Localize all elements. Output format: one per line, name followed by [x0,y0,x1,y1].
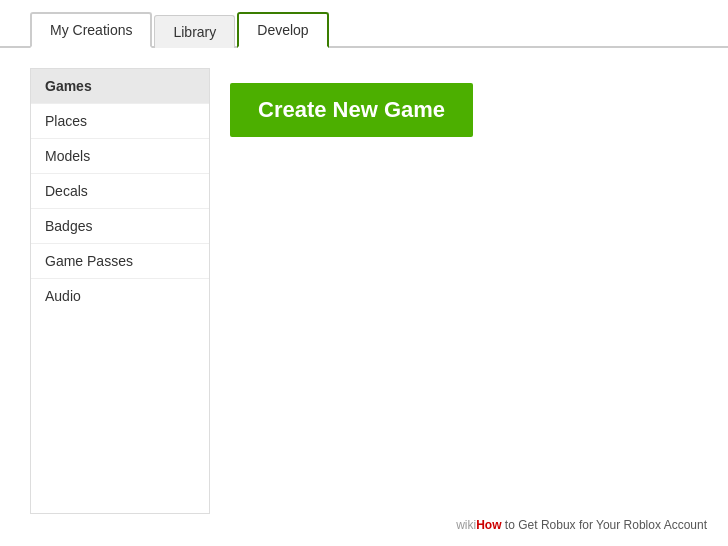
sidebar-item-games[interactable]: Games [31,69,209,104]
sidebar-item-audio[interactable]: Audio [31,279,209,313]
content-area: Games Places Models Decals Badges Game P… [0,48,728,534]
sidebar-item-badges[interactable]: Badges [31,209,209,244]
tab-library[interactable]: Library [154,15,235,48]
sidebar-item-game-passes[interactable]: Game Passes [31,244,209,279]
tab-my-creations[interactable]: My Creations [30,12,152,48]
wikihow-watermark: wikiHow to Get Robux for Your Roblox Acc… [450,516,713,534]
watermark-wiki: wiki [456,518,476,532]
main-content: Create New Game [210,68,698,514]
sidebar-item-decals[interactable]: Decals [31,174,209,209]
watermark-text: to Get Robux for Your Roblox Account [502,518,707,532]
create-new-game-button[interactable]: Create New Game [230,83,473,137]
tab-bar: My Creations Library Develop [0,0,728,48]
sidebar-item-models[interactable]: Models [31,139,209,174]
sidebar-item-places[interactable]: Places [31,104,209,139]
tab-develop[interactable]: Develop [237,12,328,48]
sidebar: Games Places Models Decals Badges Game P… [30,68,210,514]
watermark-how: How [476,518,501,532]
